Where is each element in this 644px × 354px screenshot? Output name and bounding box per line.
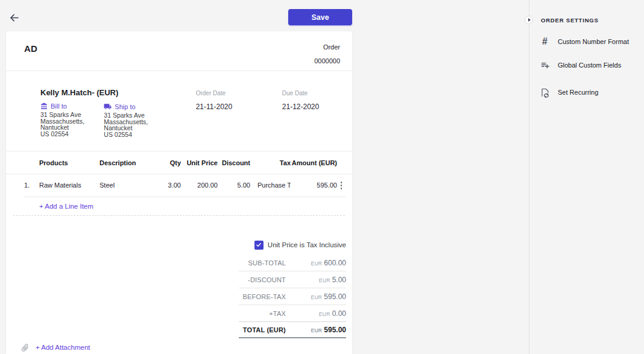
cell-discount[interactable]: 5.00 (218, 182, 250, 189)
row-menu-kebab-icon[interactable] (337, 180, 346, 191)
col-header-qty: Qty (151, 159, 181, 166)
order-settings-title: ORDER SETTINGS (529, 0, 644, 24)
order-settings-panel: ORDER SETTINGS # Custom Number Format Gl… (529, 0, 644, 354)
line-item-row: 1. Raw Materials Steel 3.00 200.00 5.00 … (6, 174, 352, 197)
bill-to-line-3: US 02554 (40, 131, 103, 137)
back-arrow-icon (8, 12, 20, 24)
totals-summary: SUB-TOTAL EUR600.00 -DISCOUNT EUR5.00 BE… (239, 254, 346, 338)
summary-row-total: TOTAL (EUR) EUR595.00 (239, 321, 346, 338)
cell-tax[interactable]: Purchase Ta... (250, 182, 291, 189)
col-header-tax: Tax (250, 159, 291, 166)
cell-amount: 595.00 (291, 182, 337, 189)
summary-row-discount: -DISCOUNT EUR5.00 (239, 271, 346, 288)
summary-row-subtotal: SUB-TOTAL EUR600.00 (239, 254, 346, 271)
ship-to-line-1: 31 Sparks Ave (104, 112, 166, 119)
panel-collapse-toggle[interactable] (525, 16, 533, 24)
cell-description[interactable]: Steel (99, 182, 151, 189)
check-icon (256, 242, 262, 248)
due-date-label: Due Date (282, 90, 340, 96)
total-value: 595.00 (324, 326, 346, 334)
currency-prefix: EUR (319, 311, 330, 317)
bill-to-label: Bill to (51, 103, 67, 110)
bank-icon (40, 103, 48, 110)
due-date-value[interactable]: 21-12-2020 (282, 103, 340, 111)
order-number-block: Order 0000000 (314, 43, 340, 65)
subtotal-value: 600.00 (324, 259, 346, 267)
tax-value: 0.00 (332, 309, 346, 318)
document-type-title: AD (24, 43, 37, 54)
order-date-field[interactable]: Order Date 21-11-2020 (196, 103, 254, 137)
tax-inclusive-checkbox[interactable] (254, 241, 264, 250)
cell-unit-price[interactable]: 200.00 (181, 182, 218, 189)
order-date-label: Order Date (196, 90, 254, 96)
ship-to-block[interactable]: Ship to 31 Sparks Ave Massachusetts, Nan… (104, 103, 166, 137)
bill-to-block[interactable]: Bill to 31 Sparks Ave Massachusetts, Nan… (40, 103, 103, 137)
discount-value: 5.00 (332, 276, 346, 284)
order-form-card: AD Order 0000000 Kelly M.Hatch- (EUR) Bi… (6, 31, 352, 354)
summary-row-tax: +TAX EUR0.00 (239, 305, 346, 322)
playlist-add-icon (540, 60, 550, 70)
save-button[interactable]: Save (288, 9, 352, 25)
order-label: Order (314, 43, 340, 51)
cell-product[interactable]: Raw Materials (39, 182, 99, 189)
order-number: 0000000 (314, 57, 340, 65)
bill-to-line-2: Massachusetts, Nantucket (40, 118, 103, 131)
col-header-products: Products (39, 159, 99, 166)
ship-to-line-3: US 02554 (104, 131, 166, 138)
order-settings-item-set-recurring[interactable]: Set Recurring (529, 87, 644, 98)
order-settings-item-global-custom-fields[interactable]: Global Custom Fields (529, 60, 644, 71)
col-header-unit-price: Unit Price (181, 159, 218, 166)
currency-prefix: EUR (319, 277, 330, 283)
bill-to-line-1: 31 Sparks Ave (40, 112, 103, 118)
currency-prefix: EUR (311, 261, 322, 267)
dashed-divider (13, 215, 345, 216)
col-header-amount: Amount (EUR) (291, 159, 337, 166)
before-tax-value: 595.00 (324, 292, 346, 301)
order-settings-item-custom-number-format[interactable]: # Custom Number Format (529, 36, 644, 47)
ship-to-line-2: Massachusetts, Nantucket (104, 119, 166, 131)
chevron-right-icon (528, 18, 531, 22)
cell-qty[interactable]: 3.00 (151, 182, 181, 189)
paperclip-icon (19, 341, 31, 353)
add-line-item-link[interactable]: + Add a Line Item (39, 203, 93, 210)
currency-prefix: EUR (311, 294, 322, 300)
currency-prefix: EUR (311, 327, 322, 333)
due-date-field[interactable]: Due Date 21-12-2020 (282, 103, 340, 137)
back-button[interactable] (6, 10, 22, 25)
add-attachment-link[interactable]: + Add Attachment (36, 344, 90, 351)
order-date-value[interactable]: 21-11-2020 (196, 103, 254, 111)
tax-inclusive-label: Unit Price is Tax Inclusive (268, 241, 346, 248)
col-header-discount: Discount (218, 159, 250, 166)
line-items-table-header: Products Description Qty Unit Price Disc… (6, 151, 352, 174)
summary-row-before-tax: BEFORE-TAX EUR595.00 (239, 288, 346, 305)
truck-icon (104, 103, 112, 110)
card-header: AD Order 0000000 (6, 31, 352, 71)
customer-section: Kelly M.Hatch- (EUR) Bill to 31 Sparks A… (6, 71, 352, 151)
ship-to-label: Ship to (115, 103, 135, 110)
hash-icon: # (540, 37, 550, 46)
cell-row-index: 1. (24, 182, 39, 189)
col-header-description: Description (99, 159, 151, 166)
recurring-document-icon (540, 87, 550, 98)
